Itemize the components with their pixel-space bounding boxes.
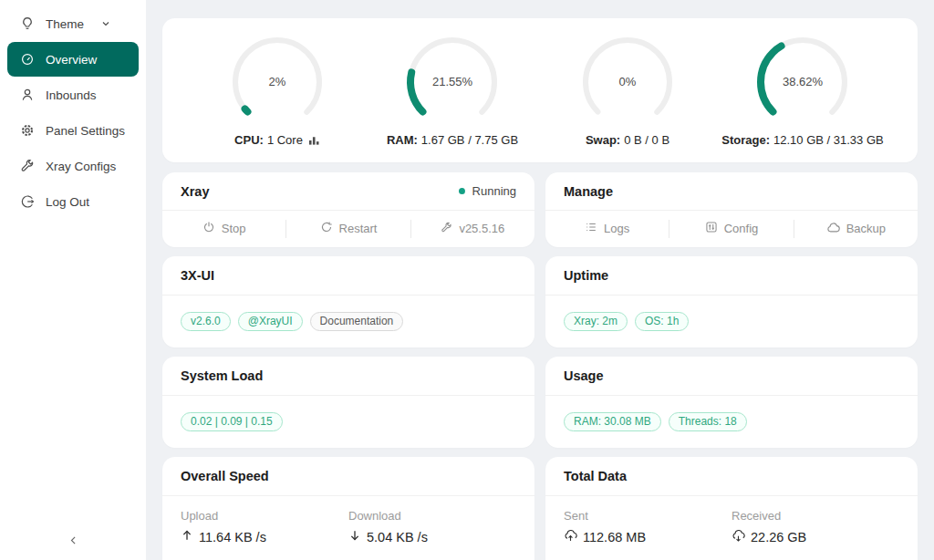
xray-card-title: Xray bbox=[181, 184, 209, 199]
logs-button[interactable]: Logs bbox=[545, 221, 669, 236]
received-stat: Received 22.26 GB bbox=[732, 509, 899, 545]
chevron-left-icon bbox=[67, 534, 79, 550]
config-button[interactable]: Config bbox=[669, 221, 793, 236]
os-uptime-tag: OS: 1h bbox=[635, 312, 689, 331]
ram-label: RAM: 1.67 GB / 7.75 GB bbox=[365, 133, 540, 147]
gear-icon bbox=[20, 123, 35, 138]
sidebar-item-theme[interactable]: Theme bbox=[7, 6, 139, 41]
wrench-icon bbox=[441, 222, 459, 236]
version-tag[interactable]: v2.6.0 bbox=[181, 312, 231, 331]
sidebar: Theme Overview bbox=[0, 0, 146, 560]
sidebar-item-overview[interactable]: Overview bbox=[7, 42, 139, 77]
cpu-chart-icon[interactable] bbox=[308, 134, 320, 146]
sliders-icon bbox=[705, 221, 724, 236]
power-icon bbox=[202, 221, 222, 236]
threexui-card-title: 3X-UI bbox=[181, 268, 214, 283]
download-stat: Download 5.04 KB /s bbox=[348, 509, 516, 544]
sent-label: Sent bbox=[564, 509, 732, 523]
ram-usage-tag: RAM: 30.08 MB bbox=[564, 412, 661, 431]
xray-version-button[interactable]: v25.5.16 bbox=[411, 222, 534, 236]
cpu-gauge: 2% CPU: 1 Core bbox=[190, 35, 365, 147]
chevron-down-icon bbox=[100, 16, 115, 31]
swap-label: Swap: 0 B / 0 B bbox=[540, 133, 715, 147]
cpu-percent: 2% bbox=[230, 35, 325, 130]
overall-speed-card: Overall Speed Upload 11.64 KB /s bbox=[162, 457, 534, 560]
received-value: 22.26 GB bbox=[751, 530, 806, 544]
upload-value: 11.64 KB /s bbox=[199, 530, 266, 544]
upload-stat: Upload 11.64 KB /s bbox=[181, 509, 348, 544]
running-dot bbox=[459, 188, 465, 194]
received-label: Received bbox=[732, 509, 899, 523]
sent-value: 112.68 MB bbox=[583, 530, 646, 544]
xray-card: Xray Running Stop bbox=[162, 172, 534, 247]
sidebar-item-xray-configs[interactable]: Xray Configs bbox=[7, 149, 139, 183]
xray-status-badge: Running bbox=[459, 184, 516, 198]
restart-icon bbox=[320, 221, 339, 236]
sidebar-item-log-out[interactable]: Log Out bbox=[7, 184, 139, 219]
list-icon bbox=[585, 221, 604, 236]
storage-gauge: 38.62% Storage: 12.10 GB / 31.33 GB bbox=[715, 35, 890, 147]
manage-card-title: Manage bbox=[564, 184, 613, 199]
sidebar-item-label: Log Out bbox=[46, 195, 89, 209]
cloud-download-icon bbox=[732, 529, 751, 545]
usage-card: Usage RAM: 30.08 MB Threads: 18 bbox=[545, 357, 918, 448]
download-label: Download bbox=[348, 509, 516, 523]
usage-card-title: Usage bbox=[564, 368, 604, 383]
storage-label: Storage: 12.10 GB / 31.33 GB bbox=[715, 133, 890, 147]
documentation-tag[interactable]: Documentation bbox=[310, 312, 404, 331]
storage-percent: 38.62% bbox=[755, 35, 850, 130]
sidebar-item-label: Panel Settings bbox=[46, 124, 125, 138]
swap-percent: 0% bbox=[580, 35, 675, 130]
ram-gauge: 21.55% RAM: 1.67 GB / 7.75 GB bbox=[365, 35, 540, 147]
threads-tag: Threads: 18 bbox=[669, 412, 747, 431]
cloud-icon bbox=[826, 221, 846, 237]
overall-speed-card-title: Overall Speed bbox=[181, 469, 269, 483]
arrow-up-icon bbox=[181, 529, 199, 544]
swap-gauge: 0% Swap: 0 B / 0 B bbox=[540, 35, 715, 147]
system-stats-card: 2% CPU: 1 Core 21. bbox=[162, 18, 918, 162]
system-load-card: System Load 0.02 | 0.09 | 0.15 bbox=[162, 357, 534, 448]
sidebar-item-label: Overview bbox=[46, 53, 97, 67]
ram-percent: 21.55% bbox=[405, 35, 500, 130]
xrayui-tag[interactable]: @XrayUI bbox=[238, 312, 303, 331]
sidebar-item-inbounds[interactable]: Inbounds bbox=[7, 78, 139, 112]
system-load-card-title: System Load bbox=[181, 368, 263, 383]
sidebar-item-label: Inbounds bbox=[46, 88, 97, 102]
load-average-tag: 0.02 | 0.09 | 0.15 bbox=[181, 412, 283, 431]
download-value: 5.04 KB /s bbox=[367, 530, 428, 544]
sidebar-collapse-button[interactable] bbox=[0, 529, 146, 555]
uptime-card: Uptime Xray: 2m OS: 1h bbox=[545, 256, 918, 347]
uptime-card-title: Uptime bbox=[564, 268, 608, 283]
main-content: 2% CPU: 1 Core 21. bbox=[146, 0, 934, 560]
stop-button[interactable]: Stop bbox=[162, 221, 285, 236]
logout-icon bbox=[20, 194, 35, 209]
sidebar-item-label: Xray Configs bbox=[46, 160, 116, 173]
upload-label: Upload bbox=[181, 509, 348, 523]
cloud-upload-icon bbox=[564, 529, 583, 545]
total-data-card: Total Data Sent 112.68 MB bbox=[545, 457, 918, 560]
restart-button[interactable]: Restart bbox=[286, 221, 410, 236]
user-icon bbox=[20, 88, 35, 102]
total-data-card-title: Total Data bbox=[564, 469, 627, 483]
sent-stat: Sent 112.68 MB bbox=[564, 509, 732, 545]
wrench-icon bbox=[20, 159, 35, 173]
lightbulb-icon bbox=[20, 16, 35, 31]
backup-button[interactable]: Backup bbox=[794, 221, 918, 237]
arrow-down-icon bbox=[348, 529, 367, 544]
threexui-card: 3X-UI v2.6.0 @XrayUI Documentation bbox=[162, 256, 534, 347]
xray-uptime-tag: Xray: 2m bbox=[564, 312, 628, 331]
sidebar-item-label: Theme bbox=[46, 17, 84, 31]
cpu-label: CPU: 1 Core bbox=[190, 133, 365, 147]
manage-card: Manage Logs bbox=[545, 172, 918, 247]
dashboard-icon bbox=[20, 52, 35, 67]
sidebar-item-panel-settings[interactable]: Panel Settings bbox=[7, 113, 139, 148]
